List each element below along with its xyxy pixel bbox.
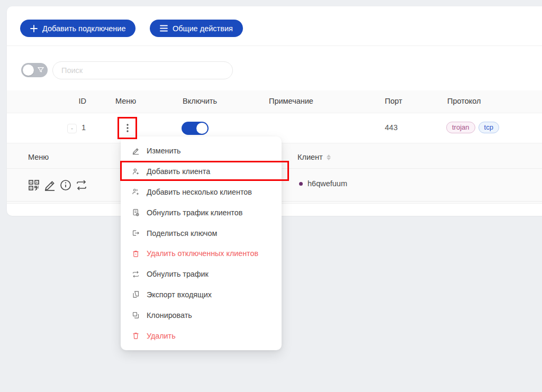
menu-item-share-key[interactable]: Поделиться ключом <box>121 223 282 243</box>
client-status-dot <box>299 182 303 186</box>
menu-item-reset-clients-traffic[interactable]: Обнулить трафик клиентов <box>121 202 282 223</box>
client-cell: h6qwefuum <box>299 179 347 188</box>
menu-item-label: Добавить несколько клиентов <box>147 188 252 196</box>
general-actions-button[interactable]: Общие действия <box>150 20 243 37</box>
clients-header-client-sort[interactable]: Клиент <box>297 153 331 161</box>
header-menu: Меню <box>115 97 136 105</box>
menu-item-delete[interactable]: Удалить <box>121 325 282 346</box>
add-connection-button[interactable]: Добавить подключение <box>20 20 136 37</box>
edit-client-icon[interactable] <box>43 179 56 192</box>
menu-item-reset-traffic[interactable]: Обнулить трафик <box>121 264 282 285</box>
menu-item-label: Удалить отключенных клиентов <box>147 249 258 258</box>
header-protocol: Протокол <box>447 97 481 105</box>
add-connection-label: Добавить подключение <box>42 24 125 33</box>
row-menu-dots-icon[interactable] <box>123 123 132 133</box>
menu-item-delete-depleted-clients[interactable]: Удалить отключенных клиентов <box>121 243 282 264</box>
general-actions-label: Общие действия <box>173 24 233 33</box>
trash-icon <box>132 332 140 340</box>
table-header-row: ID Меню Включить Примечание Порт Протоко… <box>7 90 542 113</box>
protocol-tags: trojan tcp <box>446 122 499 133</box>
share-key-icon <box>132 229 140 237</box>
header-note: Примечание <box>269 97 313 105</box>
tag-tcp: tcp <box>478 122 499 133</box>
switch-knob <box>196 123 207 134</box>
menu-item-label: Удалить <box>147 332 176 340</box>
menu-item-edit[interactable]: Изменить <box>121 141 282 161</box>
menu-item-label: Добавить клиента <box>147 167 210 176</box>
export-icon <box>132 290 140 298</box>
file-reset-icon <box>132 208 140 216</box>
clone-icon <box>132 311 140 319</box>
reset-traffic-icon <box>132 270 140 278</box>
clients-header-menu: Меню <box>28 153 49 161</box>
menu-item-label: Обнулить трафик <box>147 270 209 278</box>
users-add-icon <box>132 188 140 196</box>
menu-item-label: Поделиться ключом <box>147 229 217 238</box>
menu-item-label: Обнулить трафик клиентов <box>147 208 242 217</box>
delete-clients-icon <box>132 250 140 258</box>
info-icon[interactable] <box>59 179 72 192</box>
client-actions <box>28 179 88 192</box>
page: Добавить подключение Общие действия ID М… <box>0 0 542 392</box>
header-enable: Включить <box>183 97 217 105</box>
menu-item-add-multiple-clients[interactable]: Добавить несколько клиентов <box>121 182 282 203</box>
collapse-row-button[interactable]: - <box>67 124 77 133</box>
toolbar-divider <box>7 45 542 46</box>
hamburger-icon <box>160 25 168 32</box>
sort-carets-icon <box>327 154 331 160</box>
toggle-knob <box>23 65 34 76</box>
menu-item-clone[interactable]: Клонировать <box>121 305 282 325</box>
reset-traffic-client-icon[interactable] <box>75 179 88 192</box>
header-id: ID <box>65 97 86 105</box>
plus-icon <box>30 25 38 32</box>
menu-item-label: Изменить <box>147 147 181 155</box>
row-port-value: 443 <box>385 123 398 132</box>
menu-item-export-inbounds[interactable]: Экспорт входящих <box>121 285 282 305</box>
row-id-value: 1 <box>82 123 86 132</box>
clients-header-client-label: Клиент <box>297 153 323 161</box>
tag-trojan: trojan <box>446 122 475 133</box>
header-port: Порт <box>385 97 402 105</box>
enable-switch[interactable] <box>182 122 209 135</box>
filter-toggle[interactable] <box>21 63 48 77</box>
edit-icon <box>132 147 140 155</box>
search-input[interactable] <box>52 61 233 79</box>
row-context-menu: Изменить Добавить клиента Добавить неско… <box>121 136 282 350</box>
client-name: h6qwefuum <box>308 179 347 188</box>
menu-item-label: Клонировать <box>147 311 192 320</box>
menu-item-add-client[interactable]: Добавить клиента <box>121 161 282 182</box>
filter-funnel-icon <box>37 66 44 74</box>
menu-item-label: Экспорт входящих <box>147 290 212 299</box>
qr-code-icon[interactable] <box>28 179 40 192</box>
user-add-icon <box>132 168 140 176</box>
